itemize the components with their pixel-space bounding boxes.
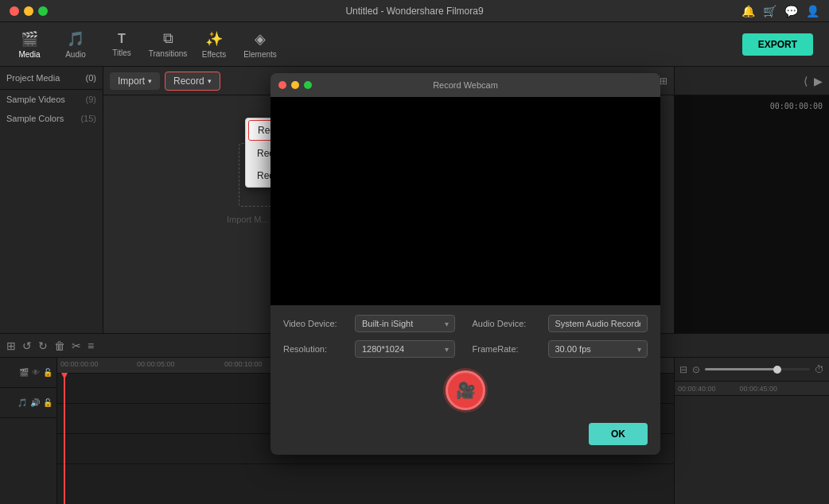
sidebar-header-count: (0) <box>86 73 96 83</box>
main-toolbar: 🎬 Media 🎵 Audio T Titles ⧉ Transitions ✨… <box>0 22 829 67</box>
preview-ctrl-1[interactable]: ⟨ <box>804 75 808 87</box>
resolution-label: Resolution: <box>283 344 347 354</box>
tl-delete-icon[interactable]: 🗑 <box>54 339 65 352</box>
tl-undo-icon[interactable]: ↺ <box>22 339 32 352</box>
ok-button[interactable]: OK <box>589 423 648 445</box>
tl-rp-tracks <box>675 396 829 504</box>
record-chevron-icon: ▾ <box>208 77 212 85</box>
track-video-icon: 🎬 <box>19 368 29 377</box>
tl-rp-icon3[interactable]: ⏱ <box>815 364 824 375</box>
import-chevron-icon: ▾ <box>148 77 152 85</box>
record-camera-icon: 🎥 <box>456 381 476 400</box>
toolbar-item-titles[interactable]: T Titles <box>100 25 143 64</box>
track-eye-icon[interactable]: 👁 <box>32 368 40 377</box>
minimize-button[interactable] <box>24 6 33 16</box>
toolbar-item-audio[interactable]: 🎵 Audio <box>54 25 97 64</box>
sidebar: Project Media (0) Sample Videos (9) Samp… <box>0 67 103 373</box>
effects-label: Effects <box>202 50 226 59</box>
sidebar-sample-colors-label: Sample Colors <box>6 114 64 123</box>
preview-ctrl-2[interactable]: ▶ <box>814 75 823 87</box>
sidebar-item-sample-colors[interactable]: Sample Colors (15) <box>0 109 103 128</box>
bell-icon: 🔔 <box>741 5 755 17</box>
preview-screen: 00:00:00:00 <box>675 95 829 349</box>
ruler-mark-0: 00:00:00:00 <box>60 360 99 368</box>
tl-list-icon[interactable]: ≡ <box>88 339 94 352</box>
import-text: Import M... <box>227 215 269 224</box>
cart-icon: 🛒 <box>763 5 776 17</box>
audio-icon: 🎵 <box>67 30 84 48</box>
record-label: Record <box>173 76 204 87</box>
user-icon: 👤 <box>806 5 819 17</box>
video-device-select[interactable]: Built-in iSight <box>355 315 455 332</box>
preview-top-controls: ⟨ ▶ <box>675 67 829 95</box>
sidebar-sample-videos-count: (9) <box>86 95 96 104</box>
timeline-track-controls: 🎬 👁 🔓 🎵 🔊 🔓 <box>0 358 57 504</box>
toolbar-item-elements[interactable]: ◈ Elements <box>239 25 282 64</box>
close-button[interactable] <box>10 6 19 16</box>
webcam-modal-title: Record Webcam <box>433 80 498 90</box>
sidebar-header-label: Project Media <box>6 73 60 83</box>
video-device-row: Video Device: Built-in iSight Audio Devi… <box>283 315 648 332</box>
rp-ruler-mark-2: 00:00:45:00 <box>740 385 778 393</box>
transitions-icon: ⧉ <box>163 30 173 47</box>
sidebar-sample-colors-count: (15) <box>80 114 96 123</box>
resolution-select-wrapper[interactable]: 1280*1024 <box>355 340 455 358</box>
modal-close-button[interactable] <box>278 81 286 89</box>
ok-button-row: OK <box>283 423 648 445</box>
effects-icon: ✨ <box>205 30 223 48</box>
tl-cut-icon[interactable]: ✂ <box>72 339 81 352</box>
tl-add-track-icon[interactable]: ⊞ <box>6 339 16 352</box>
right-panel: ⟨ ▶ 00:00:00:00 🖥 📷 🔊 ⛶ <box>674 67 829 373</box>
resolution-select[interactable]: 1280*1024 <box>355 340 455 358</box>
tl-rp-toolbar: ⊟ ⊙ ⏱ <box>675 358 829 382</box>
rp-ruler-mark-1: 00:00:40:00 <box>678 385 716 393</box>
video-device-select-wrapper[interactable]: Built-in iSight <box>355 315 455 332</box>
sidebar-header: Project Media (0) <box>0 67 103 90</box>
framerate-select-wrapper[interactable]: 30.00 fps <box>548 340 648 358</box>
traffic-lights <box>10 6 48 16</box>
sidebar-item-sample-videos[interactable]: Sample Videos (9) <box>0 90 103 109</box>
audio-device-label: Audio Device: <box>473 319 540 328</box>
sidebar-sample-videos-label: Sample Videos <box>6 95 65 104</box>
volume-slider[interactable] <box>705 368 810 370</box>
tl-rp-icon2[interactable]: ⊙ <box>692 364 700 375</box>
audio-label: Audio <box>65 50 86 59</box>
window-title: Untitled - Wondershare Filmora9 <box>345 6 483 17</box>
tl-track-ctrl-1: 🎬 👁 🔓 <box>0 358 56 388</box>
playhead <box>64 374 65 504</box>
track-lock2-icon[interactable]: 🔓 <box>43 398 53 407</box>
tl-rp-icon1[interactable]: ⊟ <box>679 364 687 375</box>
webcam-preview-screen <box>270 97 660 305</box>
tl-redo-icon[interactable]: ↻ <box>38 339 48 352</box>
webcam-modal-header: Record Webcam <box>270 73 660 97</box>
maximize-button[interactable] <box>38 6 48 16</box>
titles-label: Titles <box>112 48 131 57</box>
elements-label: Elements <box>243 50 277 59</box>
import-button[interactable]: Import ▾ <box>110 72 160 90</box>
import-label: Import <box>118 76 145 87</box>
export-button[interactable]: EXPORT <box>742 33 813 56</box>
webcam-controls: Video Device: Built-in iSight Audio Devi… <box>270 305 660 455</box>
ruler-mark-2: 00:00:10:00 <box>224 360 263 368</box>
modal-minimize-button[interactable] <box>291 81 299 89</box>
audio-device-select-wrapper[interactable]: System Audio Recorder <box>548 315 648 332</box>
title-right-icons: 🔔 🛒 💬 👤 <box>741 5 819 17</box>
audio-device-select[interactable]: System Audio Recorder <box>548 315 648 332</box>
track-mute-icon[interactable]: 🔊 <box>30 398 40 407</box>
record-circle-button[interactable]: 🎥 <box>446 370 485 410</box>
track-lock-icon[interactable]: 🔓 <box>43 368 53 377</box>
webcam-modal: Record Webcam Video Device: Built-in iSi… <box>270 73 660 455</box>
video-device-label: Video Device: <box>283 319 347 328</box>
grid-icon[interactable]: ⊞ <box>660 76 667 87</box>
toolbar-item-transitions[interactable]: ⧉ Transitions <box>146 25 189 64</box>
framerate-select[interactable]: 30.00 fps <box>548 340 648 358</box>
record-button-row: 🎥 <box>283 370 648 410</box>
toolbar-item-media[interactable]: 🎬 Media <box>8 25 51 64</box>
record-button[interactable]: Record ▾ <box>165 72 220 91</box>
toolbar-item-effects[interactable]: ✨ Effects <box>193 25 235 64</box>
modal-maximize-button[interactable] <box>304 81 312 89</box>
elements-icon: ◈ <box>255 30 266 48</box>
tl-rp-ruler: 00:00:40:00 00:00:45:00 <box>675 382 829 396</box>
transitions-label: Transitions <box>149 49 188 58</box>
timeline-right-panel: ⊟ ⊙ ⏱ 00:00:40:00 00:00:45:00 <box>674 358 829 504</box>
